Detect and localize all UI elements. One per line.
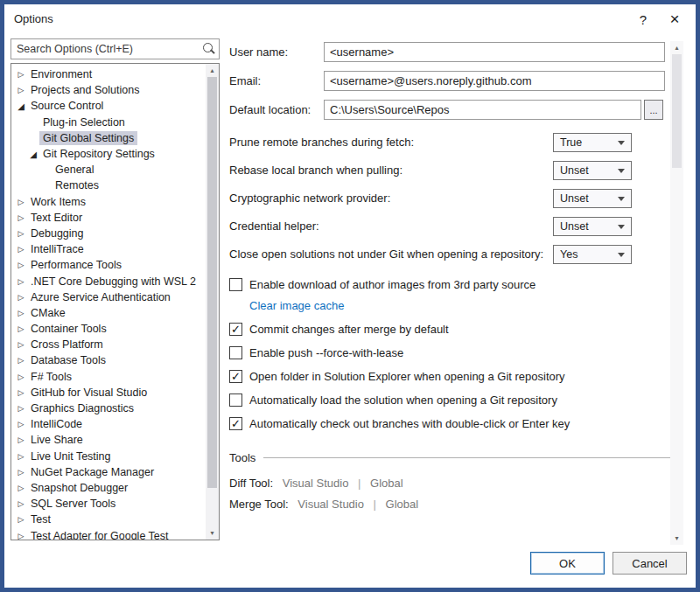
- diff-tool-global-link[interactable]: Global: [370, 477, 403, 490]
- collapsed-arrow-icon[interactable]: ▷: [15, 452, 27, 461]
- collapsed-arrow-icon[interactable]: ▷: [15, 86, 27, 94]
- tree-item-test[interactable]: ▷Test: [11, 512, 219, 527]
- collapsed-arrow-icon[interactable]: ▷: [15, 499, 27, 508]
- collapsed-arrow-icon[interactable]: ▷: [15, 198, 27, 206]
- tree-item-test-adapter-for-google-test[interactable]: ▷Test Adapter for Google Test: [11, 527, 219, 540]
- setting-label: Credential helper:: [229, 219, 319, 233]
- collapsed-arrow-icon[interactable]: ▷: [15, 532, 27, 540]
- collapsed-arrow-icon[interactable]: ▷: [15, 277, 27, 286]
- diff-tool-visual-studio-link[interactable]: Visual Studio: [283, 477, 349, 490]
- collapsed-arrow-icon[interactable]: ▷: [15, 309, 27, 317]
- scroll-up-icon[interactable]: ▴: [206, 64, 219, 77]
- checkbox-unchecked[interactable]: [229, 278, 242, 291]
- clear-image-cache-link[interactable]: Clear image cache: [249, 299, 344, 312]
- collapsed-arrow-icon[interactable]: ▷: [15, 373, 27, 381]
- collapsed-arrow-icon[interactable]: ▷: [15, 404, 27, 413]
- collapsed-arrow-icon[interactable]: ▷: [15, 356, 27, 365]
- collapsed-arrow-icon[interactable]: ▷: [15, 484, 27, 492]
- checkbox-label[interactable]: Automatically check out branches with do…: [249, 417, 570, 430]
- tree-item-graphics-diagnostics[interactable]: ▷Graphics Diagnostics: [11, 400, 219, 416]
- cancel-button[interactable]: Cancel: [612, 552, 687, 575]
- merge-tool-visual-studio-link[interactable]: Visual Studio: [298, 498, 364, 511]
- browse-button[interactable]: ...: [644, 100, 663, 120]
- collapsed-arrow-icon[interactable]: ▷: [15, 293, 27, 302]
- tree-item-github-for-visual-studio[interactable]: ▷GitHub for Visual Studio: [11, 385, 219, 400]
- ok-button[interactable]: OK: [530, 552, 605, 575]
- titlebar[interactable]: Options ? ×: [4, 4, 696, 34]
- tree-item-source-control[interactable]: ◢Source Control: [11, 98, 219, 114]
- checkbox-label[interactable]: Automatically load the solution when ope…: [249, 394, 557, 407]
- tree-scrollbar-thumb[interactable]: [207, 77, 217, 488]
- scroll-down-icon[interactable]: ▾: [670, 532, 683, 545]
- content-scrollbar[interactable]: ▴ ▾: [670, 41, 683, 545]
- dropdown-prune-remote-branches-during-fetch[interactable]: True: [553, 133, 632, 152]
- tree-item-azure-service-authentication[interactable]: ▷Azure Service Authentication: [11, 289, 219, 305]
- collapsed-arrow-icon[interactable]: ▷: [15, 340, 27, 349]
- email-field[interactable]: [324, 71, 665, 91]
- search-input[interactable]: [11, 39, 198, 59]
- tree-item-plug-in-selection[interactable]: Plug-in Selection: [11, 115, 219, 130]
- tree-item-git-repository-settings[interactable]: ◢Git Repository Settings: [11, 146, 219, 162]
- dropdown-cryptographic-network-provider[interactable]: Unset: [553, 189, 632, 208]
- checkbox-label[interactable]: Open folder in Solution Explorer when op…: [249, 370, 565, 383]
- tree-item-remotes[interactable]: Remotes: [11, 178, 219, 193]
- tree-item-cross-platform[interactable]: ▷Cross Platform: [11, 337, 219, 352]
- dropdown-credential-helper[interactable]: Unset: [553, 217, 632, 236]
- collapsed-arrow-icon[interactable]: ▷: [15, 229, 27, 238]
- content-scrollbar-thumb[interactable]: [672, 54, 682, 168]
- collapsed-arrow-icon[interactable]: ▷: [15, 245, 27, 254]
- checkbox-checked[interactable]: ✓: [229, 417, 242, 430]
- dropdown-close-open-solutions-not-under-git-when-opening-a-repository[interactable]: Yes: [553, 245, 632, 264]
- checkbox-label[interactable]: Enable push --force-with-lease: [249, 346, 403, 359]
- tree-item-git-global-settings[interactable]: Git Global Settings: [11, 130, 219, 146]
- dropdown-rebase-local-branch-when-pulling[interactable]: Unset: [553, 161, 632, 180]
- tree-item-database-tools[interactable]: ▷Database Tools: [11, 352, 219, 368]
- tree-item-work-items[interactable]: ▷Work Items: [11, 194, 219, 210]
- collapsed-arrow-icon[interactable]: ▷: [15, 420, 27, 428]
- collapsed-arrow-icon[interactable]: ▷: [15, 388, 27, 397]
- collapsed-arrow-icon[interactable]: ▷: [15, 324, 27, 333]
- tree-item-intellitrace[interactable]: ▷IntelliTrace: [11, 241, 219, 257]
- checkbox-checked[interactable]: ✓: [229, 323, 242, 336]
- close-icon[interactable]: ×: [659, 6, 690, 32]
- tree-item-projects-and-solutions[interactable]: ▷Projects and Solutions: [11, 82, 219, 98]
- checkbox-unchecked[interactable]: [229, 346, 242, 359]
- tree-item-performance-tools[interactable]: ▷Performance Tools: [11, 257, 219, 273]
- tree-item-debugging[interactable]: ▷Debugging: [11, 226, 219, 241]
- collapsed-arrow-icon[interactable]: ▷: [15, 70, 27, 79]
- expanded-arrow-icon[interactable]: ◢: [15, 101, 27, 111]
- collapsed-arrow-icon[interactable]: ▷: [15, 213, 27, 222]
- checkbox-label[interactable]: Commit changes after merge by default: [249, 323, 449, 336]
- tree-item-container-tools[interactable]: ▷Container Tools: [11, 321, 219, 337]
- scroll-down-icon[interactable]: ▾: [206, 526, 219, 540]
- tree-item-label: Work Items: [27, 195, 89, 209]
- tree-item-nuget-package-manager[interactable]: ▷NuGet Package Manager: [11, 464, 219, 480]
- checkbox-label[interactable]: Enable download of author images from 3r…: [249, 278, 536, 291]
- tree-item-f-tools[interactable]: ▷F# Tools: [11, 369, 219, 385]
- collapsed-arrow-icon[interactable]: ▷: [15, 468, 27, 477]
- expanded-arrow-icon[interactable]: ◢: [27, 150, 39, 159]
- tree-item-snapshot-debugger[interactable]: ▷Snapshot Debugger: [11, 480, 219, 496]
- checkbox-checked[interactable]: ✓: [229, 370, 242, 383]
- tree-scrollbar[interactable]: ▴ ▾: [206, 64, 219, 540]
- tree-item-label: NuGet Package Manager: [27, 465, 158, 479]
- collapsed-arrow-icon[interactable]: ▷: [15, 261, 27, 269]
- username-field[interactable]: [324, 42, 665, 62]
- tree-item-environment[interactable]: ▷Environment: [11, 66, 219, 82]
- tree-item-live-share[interactable]: ▷Live Share: [11, 432, 219, 448]
- tree-item-live-unit-testing[interactable]: ▷Live Unit Testing: [11, 449, 219, 464]
- help-icon[interactable]: ?: [627, 6, 659, 32]
- scroll-up-icon[interactable]: ▴: [670, 41, 683, 54]
- search-icon[interactable]: [198, 39, 219, 59]
- tree-item-intellicode[interactable]: ▷IntelliCode: [11, 416, 219, 432]
- tree-item-net-core-debugging-with-wsl-2[interactable]: ▷.NET Core Debugging with WSL 2: [11, 273, 219, 289]
- checkbox-unchecked[interactable]: [229, 394, 242, 407]
- tree-item-sql-server-tools[interactable]: ▷SQL Server Tools: [11, 496, 219, 512]
- default-location-field[interactable]: [324, 100, 641, 120]
- tree-item-cmake[interactable]: ▷CMake: [11, 305, 219, 321]
- collapsed-arrow-icon[interactable]: ▷: [15, 515, 27, 524]
- merge-tool-global-link[interactable]: Global: [386, 498, 419, 511]
- tree-item-general[interactable]: General: [11, 162, 219, 178]
- tree-item-text-editor[interactable]: ▷Text Editor: [11, 210, 219, 226]
- collapsed-arrow-icon[interactable]: ▷: [15, 435, 27, 444]
